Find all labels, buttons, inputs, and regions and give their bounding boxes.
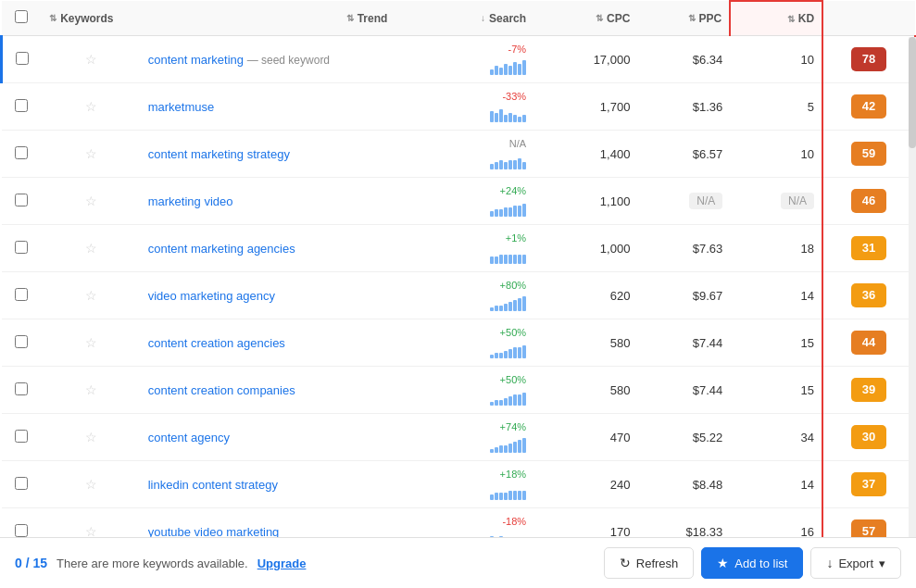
favorite-icon[interactable]: ☆ [85,430,97,444]
mini-bars [402,529,526,537]
bar-7 [522,491,526,500]
kd-col-header[interactable]: ⇅ KD [730,1,822,36]
kd-sort-icon: ⇅ [787,14,795,24]
bar-0 [490,111,494,122]
search-value: 1,000 [600,242,631,256]
bar-6 [518,206,521,217]
upgrade-link[interactable]: Upgrade [257,557,307,570]
keyword-cell: youtube video marketing [141,508,395,538]
bar-2 [499,493,503,500]
table-row: ☆ youtube video marketing -18% 170 $18.3… [2,508,916,538]
favorite-icon[interactable]: ☆ [85,52,97,67]
cpc-cell: $6.34 [637,36,730,83]
seed-label: — seed keyword [247,54,330,67]
kd-badge: 36 [851,283,886,307]
cpc-value: $6.34 [693,53,723,67]
keywords-col-header[interactable]: ⇅ Keywords [42,1,141,36]
keyword-link[interactable]: content creation agencies [148,336,285,350]
search-cell: 620 [533,272,637,319]
row-checkbox[interactable] [15,99,28,112]
bar-0 [490,256,494,264]
bar-1 [495,447,498,453]
kd-col-label: KD [798,12,814,25]
mini-bars [402,340,526,358]
favorite-icon[interactable]: ☆ [85,146,97,161]
cpc-col-header[interactable]: ⇅ CPC [533,1,637,36]
export-button[interactable]: ↓ Export ▾ [810,547,901,579]
trend-cell: +50% [395,319,533,367]
select-all-header[interactable] [2,1,43,36]
keyword-link[interactable]: marketing video [148,194,233,208]
search-cell: 470 [533,414,637,461]
row-checkbox[interactable] [15,241,28,254]
bar-4 [508,491,512,500]
row-star-cell: ☆ [42,272,141,319]
row-star-cell: ☆ [42,83,141,131]
keyword-link[interactable]: content marketing [148,53,244,67]
mini-bars [402,387,526,406]
keyword-cell: content creation companies [141,367,395,414]
trend-cell: -18% [395,508,533,538]
search-value: 620 [610,289,631,303]
keyword-link[interactable]: marketmuse [148,100,215,114]
scroll-thumb[interactable] [909,37,916,148]
bar-1 [495,256,498,264]
row-checkbox-cell [2,36,43,83]
row-star-cell: ☆ [42,414,141,461]
bar-7 [522,204,526,217]
search-cell: 1,100 [533,178,637,225]
keyword-link[interactable]: content marketing strategy [148,147,290,161]
cpc-cell: $7.44 [637,319,730,367]
row-checkbox[interactable] [15,146,28,159]
scrollbar[interactable] [909,37,916,537]
table-row: ☆ content agency +74% 470 $5.22 34 30 [2,414,916,461]
keyword-link[interactable]: youtube video marketing [148,525,280,538]
bar-5 [513,255,517,264]
favorite-icon[interactable]: ☆ [85,335,97,350]
keyword-cell: content marketing agencies [141,225,395,272]
row-checkbox[interactable] [15,382,28,395]
bar-3 [504,64,508,75]
ppc-cell: 10 [730,131,822,178]
favorite-icon[interactable]: ☆ [85,99,97,114]
row-checkbox[interactable] [15,430,28,443]
row-checkbox[interactable] [15,194,28,206]
bar-6 [518,117,521,122]
row-checkbox[interactable] [16,52,29,65]
keyword-link[interactable]: content creation companies [148,383,295,397]
row-checkbox[interactable] [15,524,28,537]
favorite-icon[interactable]: ☆ [85,288,97,303]
row-checkbox[interactable] [15,335,28,348]
add-to-list-button[interactable]: ★ Add to list [701,547,803,579]
ppc-col-header[interactable]: ⇅ PPC [637,1,730,36]
favorite-icon[interactable]: ☆ [85,382,97,397]
bar-0 [490,164,494,169]
row-star-cell: ☆ [42,319,141,367]
favorite-icon[interactable]: ☆ [85,477,97,492]
keyword-link[interactable]: content agency [148,431,230,444]
keyword-link[interactable]: video marketing agency [148,289,275,303]
kd-cell: 57 [822,508,915,538]
row-checkbox-cell [2,225,43,272]
bar-0 [490,536,494,537]
bar-4 [508,207,512,217]
trend-cell: +1% [395,225,533,272]
bar-6 [518,64,521,75]
keyword-link[interactable]: content marketing agencies [148,242,295,256]
keyword-link[interactable]: linkedin content strategy [148,478,278,492]
star-add-icon: ★ [717,556,729,570]
bar-4 [508,255,512,264]
refresh-button[interactable]: ↻ Refresh [604,547,695,579]
bar-6 [518,440,521,453]
select-all-checkbox[interactable] [15,10,28,23]
trend-col-header[interactable]: ⇅ Trend [141,1,395,36]
refresh-icon: ↻ [620,556,631,570]
favorite-icon[interactable]: ☆ [85,194,97,208]
row-checkbox[interactable] [15,288,28,301]
search-col-header[interactable]: ↓ Search [395,1,533,36]
favorite-icon[interactable]: ☆ [85,524,97,537]
ppc-value: 15 [801,336,814,350]
trend-sort-icon: ⇅ [346,13,354,23]
favorite-icon[interactable]: ☆ [85,241,97,256]
row-checkbox[interactable] [15,477,28,490]
